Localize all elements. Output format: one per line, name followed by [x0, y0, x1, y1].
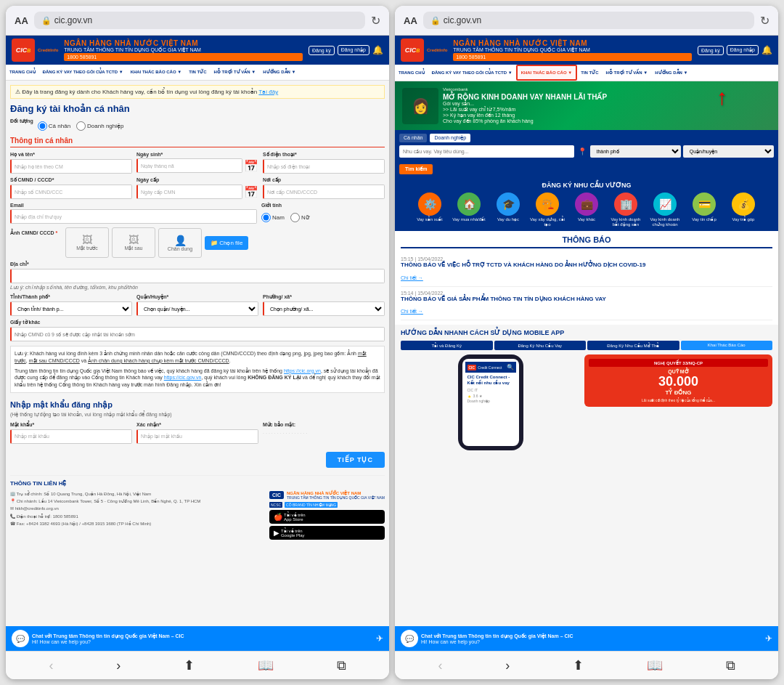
- left-chat-widget[interactable]: 💬 Chat với Trung tâm Thông tin tín dụng …: [6, 626, 389, 651]
- right-nav-report[interactable]: KHAI THÁC BÁO CÁO ▼: [516, 65, 578, 81]
- right-search-btn[interactable]: Tìm kiếm: [399, 164, 433, 174]
- right-district-select[interactable]: Quận/huyện: [683, 145, 774, 158]
- left-back-btn[interactable]: ‹: [44, 658, 57, 673]
- right-share-btn[interactable]: ⬆: [568, 657, 588, 673]
- left-quan-select[interactable]: Chọn quận/ huyện...: [136, 301, 258, 316]
- right-cat-vaymua[interactable]: 🏠 Vay mua nhà/đất: [451, 192, 487, 227]
- right-forward-btn[interactable]: ›: [501, 658, 514, 673]
- right-search-tab-canhan[interactable]: Cá nhân: [399, 134, 427, 142]
- right-cat-vaytragop[interactable]: 💰 Vay trả góp: [725, 192, 761, 227]
- left-noicap-input[interactable]: [263, 185, 385, 199]
- right-cat-vayduhoc[interactable]: 🎓 Vay du học: [490, 192, 526, 227]
- right-cat-vaykdck[interactable]: 📈 Vay kinh doanh chứng khoán: [647, 192, 683, 227]
- left-cmnd-label: Số CMND / CCCD*: [10, 177, 132, 183]
- right-header-top: CICB CreditInfo NGÂN HÀNG NHÀ NƯỚC VIỆT …: [395, 36, 778, 65]
- right-guide-tab-2[interactable]: Đăng Ký Nhu Cầu Vay: [494, 341, 587, 350]
- right-notif-link-1[interactable]: Chi tiết →: [401, 275, 423, 280]
- right-register-btn[interactable]: Đăng ký: [698, 46, 724, 55]
- left-nav-guide[interactable]: HƯỚNG DẪN ▼: [259, 65, 299, 80]
- left-nav-support[interactable]: HỖ TRỢ/ TƯ VẤN ▼: [211, 65, 260, 80]
- left-nav-home[interactable]: TRANG CHỦ: [6, 65, 39, 80]
- left-login-btn[interactable]: Đăng nhập: [338, 45, 369, 55]
- left-logo-cic: CreditInfo: [38, 48, 58, 52]
- left-email-input[interactable]: [10, 209, 257, 224]
- left-matkhau-input[interactable]: [10, 429, 132, 444]
- right-guide-tab-4[interactable]: Khai Thác Báo Cáo: [681, 341, 773, 350]
- right-guide-tab-1[interactable]: Tải và Đăng Ký: [401, 341, 493, 350]
- left-register-btn[interactable]: Đăng ký: [309, 46, 335, 55]
- right-nav-news[interactable]: TIN TỨC: [577, 65, 602, 81]
- left-cic-link1[interactable]: https://cic.org.vn: [284, 368, 321, 373]
- left-matkhau-label: Mật khẩu*: [10, 422, 132, 428]
- right-city-select[interactable]: thành phố: [590, 145, 681, 158]
- left-cic-link2[interactable]: https://cic.gov.vn: [164, 375, 202, 380]
- left-name-input[interactable]: [10, 159, 132, 174]
- left-share-btn[interactable]: ⬆: [179, 657, 199, 673]
- left-appstore-btn[interactable]: 🍎 Tải về trên App Store: [269, 510, 385, 524]
- right-cat-vaytinchap[interactable]: 💳 Vay tín chấp: [686, 192, 722, 227]
- right-bookmarks-btn[interactable]: 📖: [642, 657, 667, 673]
- right-guide-tab-3[interactable]: Đăng Ký Nhu Cầu Mở Thẻ: [587, 341, 679, 350]
- right-cat-vaykhac[interactable]: 💼 Vay khác: [568, 192, 605, 227]
- left-dob-input[interactable]: [136, 158, 242, 173]
- left-ca-nhan-radio[interactable]: [38, 121, 47, 131]
- left-choose-file-btn[interactable]: 📁 Chọn file: [205, 236, 248, 250]
- left-ca-nhan-label[interactable]: Cá nhân: [38, 121, 70, 131]
- left-nam-label[interactable]: Nam: [261, 213, 285, 222]
- left-doanh-nghiep-radio[interactable]: [76, 121, 86, 131]
- left-submit-btn[interactable]: TIẾP TỤC: [326, 452, 385, 468]
- right-aa[interactable]: AA: [404, 15, 417, 26]
- left-giayto-input[interactable]: [10, 327, 385, 341]
- left-page-content: ⚠ Đây là trang đăng ký dành cho Khách hà…: [6, 81, 389, 626]
- left-notice-link[interactable]: Tại đây: [258, 89, 278, 95]
- right-app-type: Doanh nghiệp: [467, 399, 514, 403]
- right-search-input[interactable]: [399, 145, 574, 158]
- right-cat-vaysanxuat[interactable]: ⚙️ Vay sản xuất: [412, 192, 448, 227]
- left-mat-truoc: Mặt trước: [76, 246, 98, 251]
- right-cat-vaykdds[interactable]: 🏢 Vay kinh doanh bất động sản: [608, 192, 644, 227]
- right-logo-box: CICB: [401, 38, 424, 62]
- left-diachi-input[interactable]: [10, 269, 385, 283]
- left-header-phone: 1800 585891: [64, 53, 303, 61]
- left-form-title: Đăng ký tài khoản cá nhân: [10, 103, 385, 114]
- left-nam-radio[interactable]: [261, 213, 271, 222]
- right-nav-support[interactable]: HỖ TRỢ/ TƯ VẤN ▼: [603, 65, 652, 81]
- left-nu-label[interactable]: Nữ: [290, 213, 309, 222]
- left-forward-btn[interactable]: ›: [112, 658, 125, 673]
- right-chat-text-area: Chat với Trung tâm Thông tin tín dụng Qu…: [421, 633, 573, 644]
- left-nav-report[interactable]: KHAI THÁC BÁO CÁO ▼: [127, 65, 186, 80]
- right-reload-btn[interactable]: ↻: [760, 14, 769, 28]
- left-upload-back[interactable]: 🖼 Mặt sau: [112, 227, 155, 258]
- left-aa[interactable]: AA: [15, 15, 28, 26]
- left-upload-front[interactable]: 🖼 Mặt trước: [65, 227, 109, 258]
- left-reload-btn[interactable]: ↻: [371, 14, 380, 28]
- left-doanh-nghiep-label[interactable]: Doanh nghiệp: [76, 121, 123, 131]
- left-cmnd-input[interactable]: [10, 185, 132, 199]
- right-url-bar[interactable]: 🔒 cic.gov.vn: [423, 12, 754, 29]
- right-chat-widget[interactable]: 💬 Chat với Trung tâm Thông tin tín dụng …: [395, 626, 778, 651]
- left-tabs-btn[interactable]: ⧉: [332, 658, 351, 673]
- left-phuong-select[interactable]: Chọn phường/ xã...: [263, 301, 385, 316]
- right-notif-link-2[interactable]: Chi tiết →: [401, 309, 423, 314]
- right-nav-home[interactable]: TRANG CHỦ: [395, 65, 428, 81]
- right-cat-vayxaydung[interactable]: 🏗️ Vay xây dựng, cải tạo: [529, 192, 565, 227]
- left-nu-radio[interactable]: [290, 213, 300, 222]
- right-back-btn[interactable]: ‹: [433, 658, 446, 673]
- left-url-bar[interactable]: 🔒 cic.gov.vn: [34, 12, 365, 29]
- right-nav-register[interactable]: ĐĂNG KÝ VAY THEO GÓI CỦA TCTD ▼: [428, 65, 516, 81]
- left-bookmarks-btn[interactable]: 📖: [253, 657, 278, 673]
- left-googleplay-btn[interactable]: ▶ Tải về trên Google Play: [269, 526, 385, 540]
- left-xacnhan-input[interactable]: [136, 429, 258, 444]
- left-phone-input[interactable]: [263, 159, 385, 174]
- left-nav-news[interactable]: TIN TỨC: [185, 65, 210, 80]
- right-app-logo: CIC: [467, 365, 477, 370]
- left-nav-register[interactable]: ĐĂNG KÝ VAY THEO GÓI CỦA TCTD ▼: [39, 65, 127, 80]
- left-ngaycap-input[interactable]: [136, 185, 242, 199]
- left-upload-portrait[interactable]: 👤 Chân dung: [158, 228, 202, 258]
- right-login-btn[interactable]: Đăng nhập: [727, 45, 759, 55]
- left-name-label: Họ và tên*: [10, 152, 132, 158]
- left-tinh-select[interactable]: Chọn tỉnh/ thành p...: [10, 301, 132, 316]
- right-nav-guide[interactable]: HƯỚNG DẪN ▼: [651, 65, 691, 81]
- right-search-tab-doanh[interactable]: Doanh nghiệp: [430, 134, 470, 142]
- right-tabs-btn[interactable]: ⧉: [722, 658, 740, 673]
